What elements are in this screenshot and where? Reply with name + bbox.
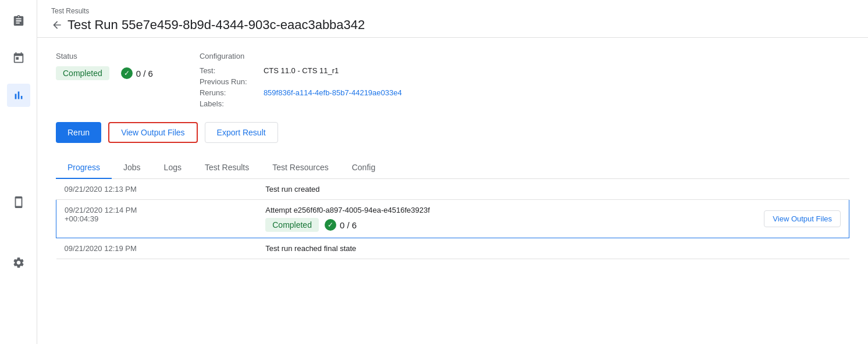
attempt-content: Attempt e256f6f0-a897-4005-94ea-e4516fe3… bbox=[265, 206, 639, 232]
rerun-button[interactable]: Rerun bbox=[56, 122, 101, 143]
back-button[interactable] bbox=[51, 19, 63, 31]
status-label: Status bbox=[56, 52, 153, 60]
duration-label: +00:04:39 bbox=[65, 214, 98, 223]
config-label: Configuration bbox=[200, 52, 402, 60]
timestamp-cell: 09/21/2020 12:14 PM +00:04:39 bbox=[56, 200, 258, 238]
view-output-cell: View Output Files bbox=[648, 200, 849, 238]
test-key: Test: bbox=[200, 66, 264, 75]
tab-test-resources[interactable]: Test Resources bbox=[261, 157, 340, 179]
sidebar-item-analytics[interactable] bbox=[7, 84, 30, 107]
attempt-badges: Completed ✓ 0 / 6 bbox=[265, 218, 639, 232]
config-section: Configuration Test: CTS 11.0 - CTS 11_r1… bbox=[200, 52, 402, 108]
sidebar-item-tasks[interactable] bbox=[7, 9, 30, 33]
sidebar bbox=[0, 0, 37, 344]
row-view-output-button[interactable]: View Output Files bbox=[764, 210, 841, 227]
attempt-status-badge: Completed bbox=[265, 218, 319, 232]
tab-jobs[interactable]: Jobs bbox=[112, 157, 152, 179]
content-area: Status Completed ✓ 0 / 6 Configuration T… bbox=[37, 38, 868, 344]
previous-run-key: Previous Run: bbox=[200, 77, 264, 86]
reruns-key: Reruns: bbox=[200, 88, 264, 97]
action-buttons: Rerun View Output Files Export Result bbox=[56, 122, 849, 143]
info-section: Status Completed ✓ 0 / 6 Configuration T… bbox=[56, 52, 849, 108]
tab-progress[interactable]: Progress bbox=[56, 157, 112, 179]
timestamp-cell: 09/21/2020 12:13 PM bbox=[56, 179, 258, 200]
header: Test Results Test Run 55e7e459-8b9d-4344… bbox=[37, 0, 868, 38]
table-row: 09/21/2020 12:19 PM Test run reached fin… bbox=[56, 238, 849, 259]
tabs: Progress Jobs Logs Test Results Test Res… bbox=[56, 157, 849, 179]
breadcrumb: Test Results bbox=[51, 7, 854, 15]
attempt-cell: Attempt e256f6f0-a897-4005-94ea-e4516fe3… bbox=[257, 200, 648, 238]
check-circle-icon: ✓ bbox=[121, 67, 133, 79]
sidebar-item-devices[interactable] bbox=[7, 191, 30, 214]
reruns-link[interactable]: 859f836f-a114-4efb-85b7-44219ae033e4 bbox=[264, 88, 402, 97]
attempt-score-value: 0 / 6 bbox=[340, 220, 357, 230]
attempt-check-icon: ✓ bbox=[325, 219, 336, 231]
view-output-button[interactable]: View Output Files bbox=[108, 122, 197, 143]
progress-table: 09/21/2020 12:13 PM Test run created 09/… bbox=[56, 179, 849, 259]
test-value: CTS 11.0 - CTS 11_r1 bbox=[264, 66, 402, 75]
export-result-button[interactable]: Export Result bbox=[205, 122, 278, 143]
status-badge: Completed bbox=[56, 66, 109, 80]
labels-value bbox=[264, 99, 402, 108]
page-title-row: Test Run 55e7e459-8b9d-4344-903c-eaac3ab… bbox=[51, 17, 854, 33]
attempt-id: Attempt e256f6f0-a897-4005-94ea-e4516fe3… bbox=[265, 206, 639, 214]
page-title: Test Run 55e7e459-8b9d-4344-903c-eaac3ab… bbox=[67, 17, 365, 33]
sidebar-item-settings[interactable] bbox=[7, 251, 30, 274]
tab-logs[interactable]: Logs bbox=[152, 157, 193, 179]
main-content: Test Results Test Run 55e7e459-8b9d-4344… bbox=[37, 0, 868, 344]
message-cell: Test run created bbox=[257, 179, 648, 200]
timestamp-cell: 09/21/2020 12:19 PM bbox=[56, 238, 258, 259]
score-display: ✓ 0 / 6 bbox=[121, 67, 153, 79]
tab-config[interactable]: Config bbox=[340, 157, 387, 179]
attempt-score: ✓ 0 / 6 bbox=[325, 219, 357, 231]
table-row: 09/21/2020 12:13 PM Test run created bbox=[56, 179, 849, 200]
config-table: Test: CTS 11.0 - CTS 11_r1 Previous Run:… bbox=[200, 66, 402, 108]
status-section: Status Completed ✓ 0 / 6 bbox=[56, 52, 153, 108]
score-value: 0 / 6 bbox=[136, 69, 153, 78]
labels-key: Labels: bbox=[200, 99, 264, 108]
previous-run-value bbox=[264, 77, 402, 86]
table-row-highlighted: 09/21/2020 12:14 PM +00:04:39 Attempt e2… bbox=[56, 200, 849, 238]
sidebar-item-calendar[interactable] bbox=[7, 46, 30, 70]
message-cell: Test run reached final state bbox=[257, 238, 648, 259]
tab-test-results[interactable]: Test Results bbox=[193, 157, 261, 179]
status-row: Completed ✓ 0 / 6 bbox=[56, 66, 153, 80]
